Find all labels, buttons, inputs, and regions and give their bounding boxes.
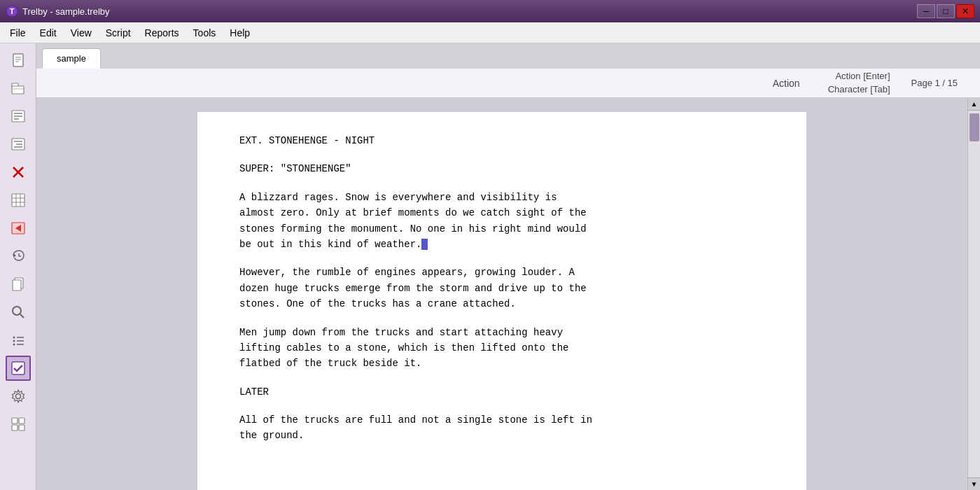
action-line-4b: the ground. [239, 428, 764, 443]
action-line-2c: stones. One of the trucks has a crane at… [239, 296, 764, 312]
action-line-1d: be out in this kind of weather. [239, 237, 764, 252]
window-title: Trelby - sample.trelby [22, 6, 916, 17]
action-line-3a: Men jump down from the trucks and start … [239, 325, 764, 340]
svg-marker-26 [13, 253, 16, 258]
minimize-button[interactable]: ─ [917, 4, 935, 18]
action-line-2a: However, the rumble of engines appears, … [239, 265, 764, 280]
grid-button[interactable] [6, 412, 31, 437]
svg-point-31 [13, 307, 21, 315]
svg-rect-42 [19, 418, 24, 424]
action-block-1: A blizzard rages. Snow is everywhere and… [239, 190, 764, 253]
page-indicator: Page 1 / 15 [911, 78, 969, 88]
action-line-4a: All of the trucks are full and not a sin… [239, 412, 764, 428]
action-line-1b: almost zero. Only at brief moments do we… [239, 205, 764, 220]
copy-button[interactable] [6, 272, 31, 297]
action-type-full-label: Action [Enter] Character [Tab] [828, 70, 911, 95]
menu-view[interactable]: View [64, 24, 99, 41]
new-doc-button[interactable] [6, 48, 31, 73]
document-area: sample Action Action [Enter] Character [… [36, 43, 980, 490]
table-button[interactable] [6, 188, 31, 213]
svg-rect-43 [12, 425, 18, 430]
script-wrapper: EXT. STONEHENGE - NIGHT SUPER: "STONEHEN… [36, 98, 980, 490]
scroll-down-button[interactable]: ▼ [968, 477, 981, 490]
transition-block: LATER [239, 384, 764, 400]
action-line-2b: dozen huge trucks emerge from the storm … [239, 281, 764, 296]
transition-line: LATER [239, 384, 764, 400]
search-button[interactable] [6, 300, 31, 325]
svg-rect-2 [13, 54, 23, 66]
script-scroll[interactable]: EXT. STONEHENGE - NIGHT SUPER: "STONEHEN… [36, 98, 967, 490]
app-icon: T [6, 5, 18, 18]
svg-rect-7 [12, 86, 24, 94]
maximize-button[interactable]: □ [937, 4, 955, 18]
menu-tools[interactable]: Tools [186, 24, 223, 41]
svg-point-33 [13, 337, 15, 339]
menu-edit[interactable]: Edit [33, 24, 64, 41]
action-line-1a: A blizzard rages. Snow is everywhere and… [239, 190, 764, 205]
tab-sample[interactable]: sample [42, 48, 101, 69]
action-line-3b: lifting cables to a stone, which is then… [239, 340, 764, 356]
settings-button[interactable] [6, 384, 31, 409]
delete-button[interactable] [6, 160, 31, 185]
menu-file[interactable]: File [3, 24, 33, 41]
toolbar [0, 43, 36, 490]
outline2-button[interactable] [6, 132, 31, 157]
action-line-1c: stones forming the monument. No one in h… [239, 221, 764, 237]
svg-line-32 [20, 314, 24, 318]
history-button[interactable] [6, 244, 31, 269]
action-line-3c: flatbed of the truck beside it. [239, 356, 764, 371]
scrollbar: ▲ ▼ [967, 98, 980, 490]
scroll-up-button[interactable]: ▲ [968, 98, 981, 111]
scroll-thumb[interactable] [969, 113, 979, 141]
import-button[interactable] [6, 216, 31, 241]
outline1-button[interactable] [6, 104, 31, 129]
svg-text:T: T [10, 7, 15, 15]
super-line: SUPER: "STONEHENGE" [239, 161, 764, 176]
open-doc-button[interactable] [6, 76, 31, 101]
list-button[interactable] [6, 328, 31, 353]
scene-heading: EXT. STONEHENGE - NIGHT [239, 133, 764, 148]
header-bar: Action Action [Enter] Character [Tab] Pa… [36, 69, 980, 98]
main-area: sample Action Action [Enter] Character [… [0, 43, 980, 490]
checklist-button[interactable] [6, 356, 31, 381]
action-type-label: Action [773, 78, 828, 89]
svg-rect-44 [19, 425, 24, 430]
script-page[interactable]: EXT. STONEHENGE - NIGHT SUPER: "STONEHEN… [197, 112, 806, 490]
menubar: File Edit View Script Reports Tools Help [0, 22, 980, 43]
text-cursor [421, 239, 427, 250]
tab-bar: sample [36, 43, 980, 69]
action-block-3: Men jump down from the trucks and start … [239, 325, 764, 372]
action-block-4: All of the trucks are full and not a sin… [239, 412, 764, 444]
super-block: SUPER: "STONEHENGE" [239, 161, 764, 176]
titlebar: T Trelby - sample.trelby ─ □ ✕ [0, 0, 980, 22]
svg-point-37 [13, 344, 15, 346]
svg-point-40 [15, 394, 20, 399]
svg-rect-19 [12, 194, 24, 206]
svg-rect-39 [12, 362, 24, 374]
svg-rect-30 [13, 280, 21, 290]
svg-point-35 [13, 340, 15, 342]
menu-reports[interactable]: Reports [138, 24, 186, 41]
svg-rect-41 [12, 418, 18, 424]
menu-script[interactable]: Script [99, 24, 138, 41]
menu-help[interactable]: Help [223, 24, 257, 41]
scene-heading-block: EXT. STONEHENGE - NIGHT [239, 133, 764, 148]
action-block-2: However, the rumble of engines appears, … [239, 265, 764, 312]
close-button[interactable]: ✕ [956, 4, 974, 18]
